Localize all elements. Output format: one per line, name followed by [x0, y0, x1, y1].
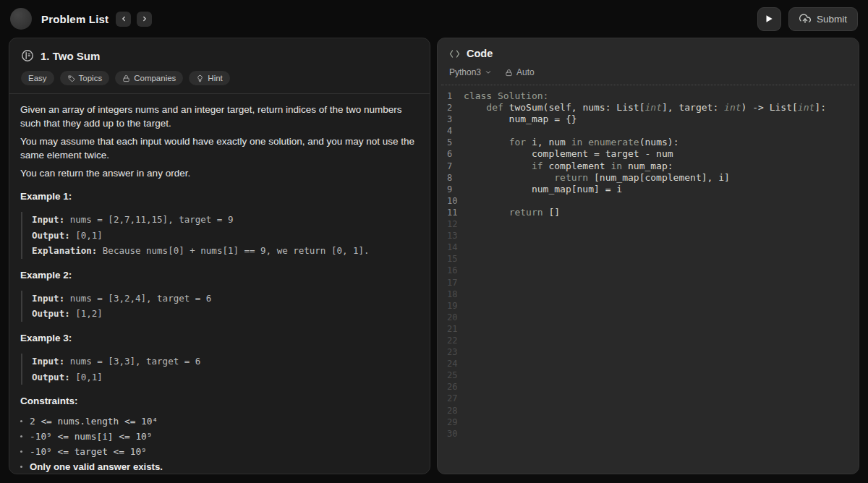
problem-list-button[interactable]: Problem List	[41, 13, 109, 25]
tag-hint[interactable]: Hint	[189, 71, 229, 85]
code-token: [num_map[complement], i]	[594, 172, 730, 183]
constraint-item: -10⁹ <= nums[i] <= 10⁹	[20, 432, 418, 441]
line-number: 21	[447, 323, 464, 335]
code-token: in	[611, 161, 628, 171]
code-line-1[interactable]: 1class Solution:	[438, 90, 859, 102]
code-line-10[interactable]: 10	[438, 195, 859, 207]
line-number: 1	[447, 90, 464, 102]
line-number: 11	[447, 207, 464, 218]
code-token: if	[532, 161, 548, 171]
code-line-text: for i, num in enumerate(nums):	[464, 137, 678, 148]
line-number: 7	[447, 161, 464, 172]
line-number: 29	[447, 416, 464, 428]
code-line-26[interactable]: 26	[438, 381, 859, 393]
code-token: complement = target - num	[464, 148, 673, 159]
code-line-12[interactable]: 12	[438, 218, 859, 230]
line-number: 2	[447, 102, 464, 114]
tag-companies[interactable]: Companies	[115, 71, 183, 85]
code-line-text: return [num_map[complement], i]	[464, 172, 730, 184]
example-line-key: Input:	[32, 356, 64, 367]
previous-problem-button[interactable]	[116, 12, 131, 27]
constraint-text: -10⁹ <= target <= 10⁹	[30, 447, 147, 456]
example-line: Output: [1,2]	[32, 306, 418, 322]
code-token	[464, 161, 532, 171]
code-token: num_map[num] = i	[464, 184, 622, 195]
code-line-18[interactable]: 18	[438, 288, 859, 300]
tag-label: Companies	[134, 74, 176, 82]
main-area: 1. Two Sum EasyTopicsCompaniesHint Given…	[0, 38, 868, 474]
code-line-20[interactable]: 20	[438, 312, 859, 323]
code-token: return	[509, 207, 549, 218]
language-label: Python3	[449, 67, 481, 77]
code-line-23[interactable]: 23	[438, 346, 859, 358]
problem-description-icon	[21, 49, 34, 62]
code-line-24[interactable]: 24	[438, 358, 859, 369]
code-token: num_map = {}	[464, 114, 577, 124]
constraint-text: Only one valid answer exists.	[30, 462, 163, 471]
code-line-2[interactable]: 2 def twoSum(self, nums: List[int], targ…	[438, 102, 859, 114]
problem-content: Given an array of integers nums and an i…	[9, 94, 430, 474]
line-number: 28	[447, 405, 464, 416]
example-line: Input: nums = [3,3], target = 6	[32, 354, 418, 369]
example-line-key: Output:	[32, 372, 70, 382]
code-line-22[interactable]: 22	[438, 335, 859, 346]
description-paragraph: You may assume that each input would hav…	[20, 134, 418, 162]
problem-nav	[116, 12, 152, 27]
example-line-key: Output:	[32, 308, 70, 319]
code-token: ], target:	[662, 102, 724, 113]
code-line-19[interactable]: 19	[438, 300, 859, 312]
cloud-upload-icon	[799, 13, 811, 25]
next-problem-button[interactable]	[137, 12, 152, 27]
example-line: Input: nums = [3,2,4], target = 6	[32, 291, 418, 307]
code-line-25[interactable]: 25	[438, 369, 859, 381]
code-token	[464, 102, 486, 113]
example-line-key: Input:	[32, 293, 64, 304]
auto-toggle[interactable]: Auto	[505, 67, 535, 77]
code-line-8[interactable]: 8 return [num_map[complement], i]	[438, 172, 859, 184]
code-line-4[interactable]: 4	[438, 125, 859, 137]
code-line-13[interactable]: 13	[438, 230, 859, 241]
lock-icon	[505, 69, 513, 77]
language-selector[interactable]: Python3	[449, 67, 492, 77]
constraint-item: Only one valid answer exists.	[20, 462, 418, 471]
code-token: return	[554, 172, 594, 183]
run-button[interactable]	[757, 7, 781, 31]
line-number: 18	[447, 288, 464, 300]
example-block-1: Input: nums = [2,7,11,15], target = 9Out…	[21, 212, 418, 259]
example-line-key: Output:	[32, 230, 70, 241]
code-header: Code Python3 Auto	[438, 38, 859, 77]
line-number: 4	[447, 125, 464, 137]
example-label-1: Example 1:	[20, 191, 418, 202]
line-number: 3	[447, 114, 464, 125]
chevron-left-icon	[120, 15, 127, 22]
line-number: 5	[447, 137, 464, 148]
code-token: []	[548, 207, 560, 218]
code-editor[interactable]: 1class Solution:2 def twoSum(self, nums:…	[438, 85, 859, 440]
code-line-11[interactable]: 11 return []	[438, 207, 859, 218]
code-token	[464, 207, 509, 218]
code-line-7[interactable]: 7 if complement in num_map:	[438, 161, 859, 172]
code-line-15[interactable]: 15	[438, 253, 859, 265]
code-line-5[interactable]: 5 for i, num in enumerate(nums):	[438, 137, 859, 148]
code-toolbar: Python3 Auto	[449, 67, 847, 77]
code-line-28[interactable]: 28	[438, 405, 859, 416]
tag-easy[interactable]: Easy	[21, 71, 54, 85]
code-line-29[interactable]: 29	[438, 416, 859, 428]
code-line-16[interactable]: 16	[438, 265, 859, 276]
lock-icon	[122, 74, 130, 82]
line-number: 15	[447, 253, 464, 265]
code-line-3[interactable]: 3 num_map = {}	[438, 114, 859, 125]
tag-label: Topics	[79, 74, 103, 82]
code-line-27[interactable]: 27	[438, 393, 859, 404]
code-line-21[interactable]: 21	[438, 323, 859, 335]
line-number: 20	[447, 312, 464, 323]
code-line-9[interactable]: 9 num_map[num] = i	[438, 184, 859, 195]
tag-topics[interactable]: Topics	[60, 71, 110, 85]
code-line-14[interactable]: 14	[438, 241, 859, 253]
code-line-6[interactable]: 6 complement = target - num	[438, 148, 859, 160]
avatar[interactable]	[10, 8, 32, 30]
code-token: num_map:	[628, 161, 673, 171]
code-line-30[interactable]: 30	[438, 428, 859, 440]
code-line-17[interactable]: 17	[438, 277, 859, 288]
submit-button[interactable]: Submit	[788, 7, 858, 31]
